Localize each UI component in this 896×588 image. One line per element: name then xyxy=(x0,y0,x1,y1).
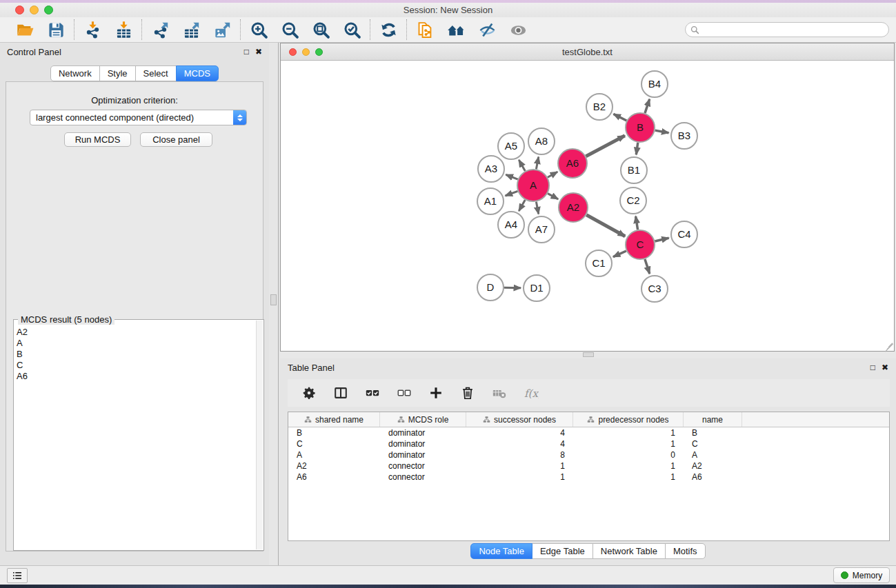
edge-A-A6[interactable] xyxy=(548,172,557,177)
node-B[interactable]: B xyxy=(626,113,655,142)
result-item[interactable]: A xyxy=(17,338,256,349)
result-item[interactable]: A2 xyxy=(17,327,256,338)
edge-A-A8[interactable] xyxy=(536,157,538,170)
node-C4[interactable]: C4 xyxy=(671,221,697,247)
zoom-in-button[interactable] xyxy=(248,19,269,40)
column-header-predecessor-nodes[interactable]: predecessor nodes xyxy=(573,412,684,427)
import-table-button[interactable] xyxy=(113,19,134,40)
node-A6[interactable]: A6 xyxy=(558,149,587,178)
import-network-button[interactable] xyxy=(82,19,103,40)
memory-button[interactable]: Memory xyxy=(833,567,890,583)
node-A4[interactable]: A4 xyxy=(498,212,524,238)
table-row[interactable]: A6connector11A6 xyxy=(288,472,889,483)
mcds-result-list[interactable]: A2ABCA6 xyxy=(14,327,256,549)
edge-A2-C[interactable] xyxy=(586,215,625,236)
export-network-button[interactable] xyxy=(150,19,170,40)
result-item[interactable]: A6 xyxy=(17,371,256,382)
edge-C-C3[interactable] xyxy=(645,259,650,274)
node-C3[interactable]: C3 xyxy=(641,276,668,302)
search-input[interactable] xyxy=(699,23,888,36)
node-D[interactable]: D xyxy=(477,274,504,301)
node-A1[interactable]: A1 xyxy=(477,188,504,214)
edge-A-A4[interactable] xyxy=(519,200,525,211)
toggle-column-button[interactable] xyxy=(330,383,351,403)
save-session-button[interactable] xyxy=(46,19,66,40)
edge-B-B2[interactable] xyxy=(614,114,627,121)
result-scrollbar[interactable] xyxy=(256,321,263,549)
node-B4[interactable]: B4 xyxy=(641,71,668,97)
node-A5[interactable]: A5 xyxy=(498,133,524,159)
node-B1[interactable]: B1 xyxy=(621,157,647,183)
export-table-button[interactable] xyxy=(181,19,201,40)
edge-A-A3[interactable] xyxy=(506,174,517,179)
select-all-rows-button[interactable] xyxy=(362,383,383,403)
column-header-shared-name[interactable]: shared name xyxy=(288,412,380,427)
tab-motifs[interactable]: Motifs xyxy=(665,543,706,559)
close-panel-icon[interactable]: ✖ xyxy=(255,48,262,56)
node-A[interactable]: A xyxy=(517,170,549,201)
table-row[interactable]: Bdominator41B xyxy=(288,427,889,438)
open-file-button[interactable] xyxy=(14,19,35,40)
edge-B-B3[interactable] xyxy=(655,130,669,133)
node-A8[interactable]: A8 xyxy=(528,128,555,154)
delete-rows-button[interactable] xyxy=(457,383,478,403)
first-neighbors-button[interactable] xyxy=(446,19,466,40)
table-row[interactable]: Cdominator41C xyxy=(288,438,889,449)
run-mcds-button[interactable]: Run MCDS xyxy=(64,132,131,147)
export-image-button[interactable] xyxy=(212,19,232,40)
zoom-out-button[interactable] xyxy=(279,19,300,40)
edge-C-C2[interactable] xyxy=(636,216,638,230)
refresh-network-button[interactable] xyxy=(378,19,399,40)
hide-details-button[interactable] xyxy=(477,19,497,40)
close-table-panel-icon[interactable]: ✖ xyxy=(882,363,888,372)
zoom-fit-button[interactable] xyxy=(310,19,331,40)
column-header-name[interactable]: name xyxy=(684,412,742,427)
node-table[interactable]: shared nameMCDS rolesuccessor nodesprede… xyxy=(288,412,890,541)
edge-A-A2[interactable] xyxy=(548,194,558,199)
clone-network-button[interactable] xyxy=(415,19,435,40)
node-A3[interactable]: A3 xyxy=(478,156,504,182)
float-table-panel-icon[interactable]: □ xyxy=(870,363,875,372)
tab-select[interactable]: Select xyxy=(135,65,177,81)
edge-A-A5[interactable] xyxy=(519,160,525,171)
deselect-all-rows-button[interactable] xyxy=(394,383,415,403)
node-D1[interactable]: D1 xyxy=(524,275,550,301)
float-panel-icon[interactable]: □ xyxy=(244,48,249,56)
result-item[interactable]: C xyxy=(17,360,256,371)
node-B2[interactable]: B2 xyxy=(586,94,613,120)
column-header-successor-nodes[interactable]: successor nodes xyxy=(466,412,573,427)
table-row[interactable]: Adominator80A xyxy=(288,449,889,460)
zoom-selected-button[interactable] xyxy=(341,19,362,40)
splitter-grip[interactable] xyxy=(270,294,277,305)
edge-A-A7[interactable] xyxy=(536,202,538,214)
node-C[interactable]: C xyxy=(626,230,655,259)
tab-style[interactable]: Style xyxy=(99,65,136,81)
search-box[interactable] xyxy=(685,22,889,37)
network-graph-canvas[interactable]: AA1A2A3A4A5A6A7A8BB1B2B3B4CC1C2C3C4DD1 xyxy=(281,61,894,350)
result-item[interactable]: B xyxy=(17,349,256,360)
edge-A6-B[interactable] xyxy=(586,136,625,156)
tab-edge-table[interactable]: Edge Table xyxy=(532,543,593,559)
add-row-button[interactable] xyxy=(426,383,446,403)
edge-B-B4[interactable] xyxy=(645,99,650,113)
tab-mcds[interactable]: MCDS xyxy=(176,65,219,81)
node-C2[interactable]: C2 xyxy=(620,187,646,214)
tab-network-table[interactable]: Network Table xyxy=(593,543,666,559)
table-settings-button[interactable] xyxy=(299,383,319,403)
node-A2[interactable]: A2 xyxy=(559,193,588,222)
edge-C-C1[interactable] xyxy=(613,251,626,257)
horizontal-splitter-grip[interactable] xyxy=(583,352,594,357)
optimization-criterion-select[interactable]: largest connected component (directed) xyxy=(30,110,247,125)
close-panel-button[interactable]: Close panel xyxy=(140,132,212,147)
resize-grip-icon[interactable] xyxy=(883,340,893,349)
vertical-splitter[interactable] xyxy=(269,43,280,565)
tab-network[interactable]: Network xyxy=(50,65,100,81)
edge-C-C4[interactable] xyxy=(655,238,668,241)
node-A7[interactable]: A7 xyxy=(528,216,555,243)
edge-B-B1[interactable] xyxy=(636,143,638,154)
column-header-MCDS-role[interactable]: MCDS role xyxy=(380,412,466,427)
table-row[interactable]: A2connector11A2 xyxy=(288,460,889,472)
task-history-button[interactable] xyxy=(7,568,28,583)
edge-A-A1[interactable] xyxy=(506,191,518,196)
node-B3[interactable]: B3 xyxy=(671,123,697,149)
